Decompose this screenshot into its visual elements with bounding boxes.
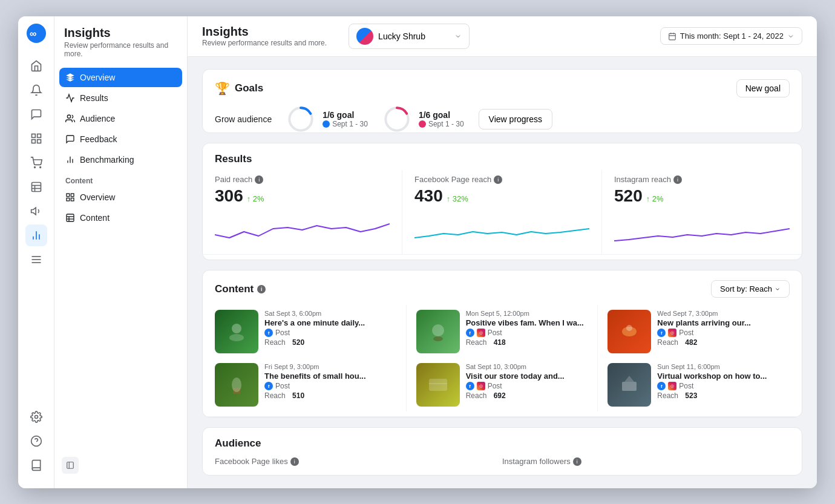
sidebar-app-title: Insights (64, 26, 177, 40)
content-info-4: Fri Sept 9, 3:00pm The benefits of small… (264, 363, 396, 407)
nav-home-btn[interactable] (25, 55, 47, 77)
nav-settings-btn[interactable] (25, 406, 47, 428)
svg-marker-12 (31, 208, 36, 215)
nav-bell-btn[interactable] (25, 79, 47, 101)
ig-icon-2: ◎ (477, 329, 485, 337)
see-results-report-btn[interactable]: See results report (203, 254, 802, 260)
goals-card: 🏆 Goals New goal Grow audience (202, 69, 802, 134)
svg-rect-36 (669, 33, 675, 40)
sidebar-content-nav: Overview Content (54, 188, 187, 227)
date-range-selector[interactable]: This month: Sept 1 - 24, 2022 (660, 27, 802, 45)
content-reach-3: Reach 482 (657, 338, 790, 347)
metric-value-paid-reach: 306 ↑ 2% (215, 186, 390, 206)
svg-rect-27 (71, 194, 74, 197)
nav-chat-btn[interactable] (25, 103, 47, 125)
metrics-row: Paid reach i 306 ↑ 2% (203, 170, 802, 254)
trophy-icon: 🏆 (215, 81, 230, 96)
nav-menu-btn[interactable] (25, 249, 47, 270)
content-item-1: Sat Sept 3, 6:00pm Here's a one minute d… (215, 305, 396, 358)
svg-rect-2 (31, 134, 35, 137)
info-icon-ig-followers: i (573, 457, 581, 466)
nav-chart-btn[interactable] (25, 224, 47, 246)
svg-rect-30 (67, 214, 74, 221)
account-avatar (356, 28, 373, 45)
content-date-4: Fri Sept 9, 3:00pm (264, 363, 396, 370)
goals-title: 🏆 Goals (215, 81, 263, 96)
content-section-header: Content i Sort by: Reach (203, 270, 802, 305)
content-title-3: New plants arriving our... (657, 318, 790, 327)
content-info-5: Sat Sept 10, 3:00pm Visit our store toda… (466, 363, 588, 407)
goals-body: Grow audience 1/6 goal (203, 105, 802, 134)
metric-chart-fb-page-reach (414, 211, 589, 247)
content-platform-3: f ◎ Post (657, 329, 790, 337)
content-reach-5: Reach 692 (466, 391, 588, 400)
goals-header: 🏆 Goals New goal (203, 70, 802, 105)
sidebar-item-audience[interactable]: Audience (59, 109, 182, 128)
ig-icon-6: ◎ (668, 382, 676, 390)
goal-donut-facebook (286, 105, 315, 134)
metric-ig-reach: Instagram reach i 520 ↑ 2% (602, 170, 802, 254)
content-info-6: Sun Sept 11, 6:00pm Virtual workshop on … (657, 363, 790, 407)
sidebar-item-content[interactable]: Content (59, 208, 182, 227)
content-platform-4: f Post (264, 382, 396, 390)
fb-icon-6: f (657, 382, 666, 390)
svg-rect-54 (429, 379, 447, 391)
sidebar-item-content-overview[interactable]: Overview (59, 188, 182, 207)
nav-grid-btn[interactable] (25, 128, 47, 149)
nav-table-btn[interactable] (25, 176, 47, 198)
sort-button[interactable]: Sort by: Reach (711, 280, 790, 298)
content-item-4: Fri Sept 9, 3:00pm The benefits of small… (215, 358, 396, 411)
content-item-3: Wed Sept 7, 3:00pm New plants arriving o… (607, 305, 790, 358)
new-goal-button[interactable]: New goal (736, 79, 790, 97)
sidebar-item-results[interactable]: Results (59, 88, 182, 108)
audience-metric-label-fb: Facebook Page likes i (215, 457, 502, 466)
info-icon-content: i (257, 285, 266, 293)
audience-metric-label-ig: Instagram followers i (502, 457, 790, 466)
content-thumb-5 (416, 363, 460, 407)
svg-rect-29 (71, 198, 74, 201)
content-item-5: Sat Sept 10, 3:00pm Visit our store toda… (416, 358, 588, 411)
nav-help-btn[interactable] (25, 430, 47, 452)
ig-icon-3: ◎ (668, 329, 676, 337)
calendar-icon (668, 32, 676, 41)
date-chevron-icon (787, 33, 794, 40)
goal-text-facebook: 1/6 goal Sept 1 - 30 (323, 110, 368, 128)
see-content-report-btn[interactable]: See content report (203, 416, 802, 417)
svg-rect-28 (67, 198, 70, 201)
view-progress-button[interactable]: View progress (479, 109, 552, 129)
metric-value-fb-page-reach: 430 ↑ 32% (414, 186, 589, 206)
content-title-4: The benefits of small hou... (264, 371, 396, 381)
content-date-1: Sat Sept 3, 6:00pm (264, 310, 396, 317)
content-items-grid: Sat Sept 3, 6:00pm Here's a one minute d… (203, 305, 802, 411)
collapse-sidebar-btn[interactable] (62, 457, 79, 474)
content-title-1: Here's a one minute daily... (264, 318, 396, 327)
content-title-2: Positive vibes fam. When I wa... (466, 318, 588, 327)
account-chevron-icon (454, 33, 462, 40)
grow-audience-label: Grow audience (215, 114, 272, 124)
sort-chevron-icon (774, 286, 781, 292)
sidebar-item-overview[interactable]: Overview (59, 68, 182, 87)
fb-icon-3: f (657, 329, 666, 337)
sidebar-item-benchmarking[interactable]: Benchmarking (59, 150, 182, 169)
account-selector[interactable]: Lucky Shrub (349, 24, 470, 49)
content-reach-1: Reach 520 (264, 338, 396, 347)
svg-point-6 (34, 166, 35, 168)
nav-shop-btn[interactable] (25, 152, 47, 174)
content-thumb-1 (215, 310, 258, 353)
goal-item-instagram: 1/6 goal Sept 1 - 30 (382, 105, 464, 134)
svg-rect-8 (31, 182, 41, 191)
ig-icon-5: ◎ (477, 382, 485, 390)
svg-point-22 (67, 115, 70, 118)
content-section-title: Content i (215, 283, 266, 295)
content-col-3: Wed Sept 7, 3:00pm New plants arriving o… (598, 305, 790, 411)
content-platform-6: f ◎ Post (657, 382, 790, 390)
nav-megaphone-btn[interactable] (25, 200, 47, 222)
content-date-5: Sat Sept 10, 3:00pm (466, 363, 588, 370)
nav-book-btn[interactable] (25, 454, 47, 476)
goal-item-facebook: 1/6 goal Sept 1 - 30 (286, 105, 368, 134)
content-reach-4: Reach 510 (264, 391, 396, 400)
svg-rect-58 (622, 382, 637, 391)
results-card: Results Paid reach i 306 ↑ 2% (202, 143, 802, 260)
fb-icon-4: f (264, 382, 273, 390)
sidebar-item-feedback[interactable]: Feedback (59, 129, 182, 149)
